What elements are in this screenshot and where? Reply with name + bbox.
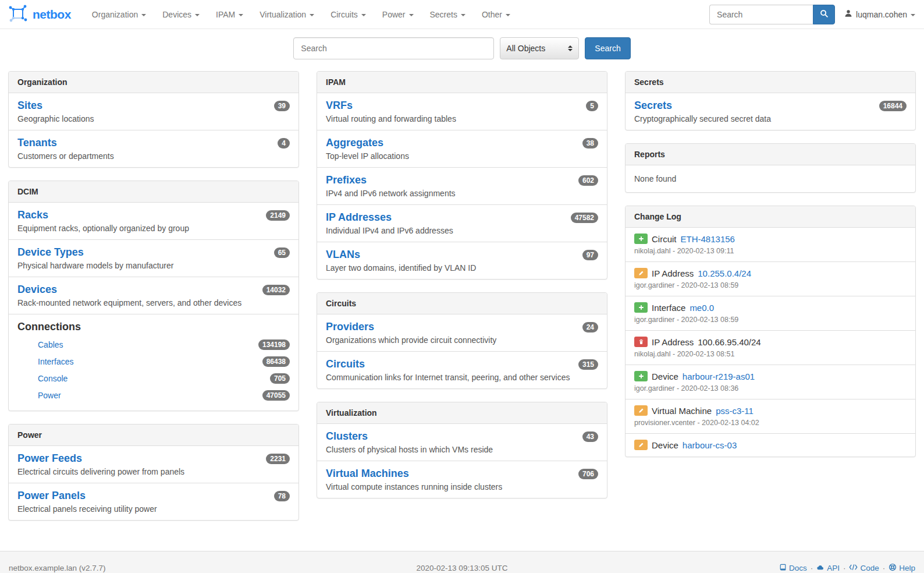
- item-description: Virtual routing and forwarding tables: [326, 114, 598, 123]
- vrfs-link[interactable]: VRFs: [326, 100, 353, 112]
- changelog-object-link[interactable]: me0.0: [690, 303, 714, 313]
- menu-label: Secrets: [430, 10, 457, 19]
- tenants-link[interactable]: Tenants: [17, 137, 57, 149]
- item-description: Physical hardware models by manufacturer: [17, 261, 290, 270]
- menu-virtualization[interactable]: Virtualization: [251, 0, 322, 29]
- console-link[interactable]: Console: [38, 374, 67, 383]
- vlans-link[interactable]: VLANs: [326, 249, 360, 261]
- api-link[interactable]: API: [816, 564, 840, 573]
- power-feeds-link[interactable]: Power Feeds: [17, 452, 82, 465]
- changelog-object-link[interactable]: 10.255.0.4/24: [698, 268, 751, 278]
- changelog-entry: IP Address 100.66.95.40/24 nikolaj.dahl …: [626, 330, 915, 365]
- power-connections-link[interactable]: Power: [38, 391, 61, 400]
- panel-heading: DCIM: [9, 181, 298, 203]
- connection-row: Cables 134198: [17, 337, 290, 353]
- prefixes-link[interactable]: Prefixes: [326, 174, 367, 186]
- chevron-down-icon: [911, 14, 915, 16]
- pencil-icon: [634, 268, 648, 278]
- item-description: Virtual compute instances running inside…: [326, 482, 598, 491]
- menu-ipam[interactable]: IPAM: [208, 0, 251, 29]
- netbox-brand[interactable]: netbox: [9, 5, 71, 24]
- list-item: Providers 24 Organizations which provide…: [317, 314, 607, 351]
- list-item: Circuits 315 Communication links for Int…: [317, 351, 607, 388]
- global-search-section: All Objects Search: [0, 29, 924, 63]
- navbar-search-input[interactable]: [709, 5, 813, 24]
- changelog-object-type: IP Address: [652, 337, 694, 347]
- changelog-object-link[interactable]: pss-c3-11: [716, 406, 754, 416]
- panel-heading: Power: [9, 425, 298, 446]
- ip-addresses-link[interactable]: IP Addresses: [326, 211, 392, 224]
- main-menu: Organization Devices IPAM Virtualization…: [84, 0, 518, 29]
- cables-link[interactable]: Cables: [38, 340, 63, 349]
- menu-other[interactable]: Other: [474, 0, 518, 29]
- connection-row: Interfaces 86438: [17, 353, 290, 370]
- panel-heading: Secrets: [626, 72, 915, 93]
- devices-link[interactable]: Devices: [17, 284, 57, 296]
- connection-row: Console 705: [17, 370, 290, 387]
- changelog-meta: igor.gardiner - 2020-02-13 08:36: [634, 384, 907, 392]
- item-description: IPv4 and IPv6 network assignments: [326, 189, 598, 198]
- providers-link[interactable]: Providers: [326, 321, 374, 333]
- secrets-link[interactable]: Secrets: [634, 100, 672, 112]
- panel-virtualization: Virtualization Clusters 43 Clusters of p…: [317, 402, 607, 498]
- device-types-link[interactable]: Device Types: [17, 246, 84, 259]
- count-badge: 43: [582, 431, 598, 442]
- item-description: Electrical panels receiving utility powe…: [17, 504, 290, 514]
- global-search-button[interactable]: Search: [585, 37, 630, 59]
- interfaces-link[interactable]: Interfaces: [38, 357, 73, 366]
- changelog-object-type: Device: [652, 372, 678, 381]
- search-scope-value: All Objects: [506, 44, 545, 53]
- count-badge: 706: [578, 469, 598, 479]
- pencil-icon: [634, 440, 648, 450]
- item-description: Rack-mounted network equipment, servers,…: [17, 298, 290, 307]
- clusters-link[interactable]: Clusters: [326, 430, 368, 443]
- list-item: Aggregates 38 Top-level IP allocations: [317, 130, 607, 167]
- changelog-object-type: Circuit: [652, 234, 677, 244]
- list-item: VLANs 97 Layer two domains, identified b…: [317, 242, 607, 279]
- page: netbox Organization Devices IPAM Virtual…: [0, 0, 924, 573]
- virtual-machines-link[interactable]: Virtual Machines: [326, 468, 409, 480]
- chevron-down-icon: [195, 14, 200, 16]
- menu-secrets[interactable]: Secrets: [422, 0, 474, 29]
- panel-ipam: IPAM VRFs 5 Virtual routing and forwardi…: [317, 71, 607, 280]
- menu-organization[interactable]: Organization: [84, 0, 154, 29]
- footer-links: Docs · API · Code · Help: [779, 563, 915, 573]
- user-menu[interactable]: luqman.cohen: [844, 9, 915, 19]
- list-item: IP Addresses 47582 Individual IPv4 and I…: [317, 204, 607, 242]
- changelog-object-link[interactable]: ETH-4813156: [681, 234, 735, 244]
- navbar-right: luqman.cohen: [709, 5, 915, 24]
- aggregates-link[interactable]: Aggregates: [326, 137, 383, 149]
- racks-link[interactable]: Racks: [17, 209, 48, 221]
- global-search-input[interactable]: [293, 37, 494, 59]
- list-item: Power Feeds 2231 Electrical circuits del…: [9, 446, 298, 483]
- count-badge: 134198: [258, 339, 290, 350]
- menu-label: Virtualization: [260, 10, 306, 19]
- panel-dcim: DCIM Racks 2149 Equipment racks, optiona…: [8, 181, 299, 411]
- separator: ·: [811, 564, 813, 572]
- help-link[interactable]: Help: [889, 563, 915, 573]
- count-badge: 2149: [266, 210, 290, 221]
- panel-heading: IPAM: [317, 72, 607, 93]
- search-scope-select[interactable]: All Objects: [500, 37, 579, 59]
- circuits-link[interactable]: Circuits: [326, 358, 365, 370]
- changelog-object-link[interactable]: harbour-cs-03: [683, 440, 737, 450]
- changelog-entry: Virtual Machine pss-c3-11 provisioner.vc…: [626, 399, 915, 433]
- menu-devices[interactable]: Devices: [154, 0, 208, 29]
- reports-empty-message: None found: [626, 165, 915, 192]
- power-panels-link[interactable]: Power Panels: [17, 490, 86, 502]
- menu-power[interactable]: Power: [374, 0, 422, 29]
- user-name: luqman.cohen: [856, 10, 907, 19]
- code-link[interactable]: Code: [849, 564, 879, 572]
- menu-circuits[interactable]: Circuits: [322, 0, 374, 29]
- docs-link[interactable]: Docs: [779, 564, 807, 573]
- user-icon: [844, 9, 852, 19]
- changelog-meta: nikolaj.dahl - 2020-02-13 08:51: [634, 350, 907, 358]
- panel-heading: Reports: [626, 144, 915, 165]
- navbar-search-button[interactable]: [813, 5, 835, 24]
- navbar-search-form: [709, 5, 835, 24]
- sites-link[interactable]: Sites: [17, 100, 42, 112]
- changelog-object-link[interactable]: harbour-r219-as01: [683, 372, 755, 381]
- footer-link-label: API: [827, 564, 840, 572]
- list-item: Virtual Machines 706 Virtual compute ins…: [317, 461, 607, 498]
- footer-timestamp: 2020-02-13 09:13:05 UTC: [417, 564, 508, 572]
